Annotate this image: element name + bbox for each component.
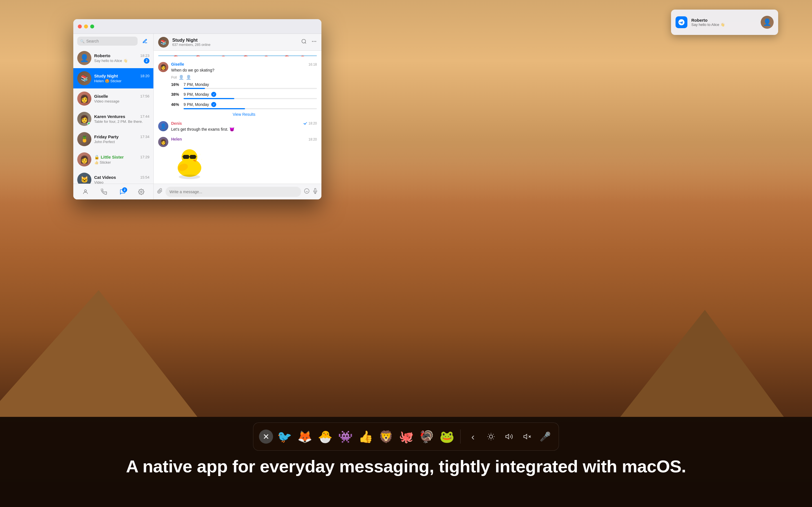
minimize-button[interactable] — [84, 24, 88, 29]
chat-list: 👤 Roberto 18:23 Say hello to Alice 👋 2 — [73, 48, 153, 184]
dock-turkey-icon[interactable]: 🦃 — [417, 428, 436, 446]
dock-bird-icon[interactable]: 🐦 — [275, 428, 294, 446]
avatar-cat-videos: 🐱 — [77, 173, 91, 184]
chat-name-karen: Karen Ventures — [94, 114, 125, 119]
svg-line-27 — [493, 439, 494, 439]
search-placeholder: Search — [86, 39, 99, 43]
chat-info-giselle: Giselle 17:56 Video message — [94, 94, 149, 103]
bottom-bar: ✕ 🐦 🦊 🐣 👾 👍 🦁 🐙 🦃 🐸 ‹ — [0, 417, 812, 507]
poll-pct-1: 16% — [171, 82, 181, 87]
chat-item-roberto[interactable]: 👤 Roberto 18:23 Say hello to Alice 👋 2 — [73, 48, 153, 68]
svg-point-5 — [313, 41, 314, 42]
chat-info-cat-videos: Cat Videos 15:54 Video — [94, 175, 149, 184]
chat-preview-roberto: Say hello to Alice 👋 — [94, 59, 149, 63]
svg-line-3 — [305, 42, 306, 43]
avatar-study-night: 📚 — [77, 71, 91, 86]
chat-time-little-sister: 17:29 — [140, 155, 149, 159]
chat-header-status: 637 members, 285 online — [172, 43, 298, 47]
svg-marker-32 — [506, 434, 509, 439]
msg-text-denis: Let's get through the exams first. 😈 — [171, 127, 317, 132]
dock-brightness-icon[interactable] — [483, 429, 499, 445]
dock: ✕ 🐦 🦊 🐣 👾 👍 🦁 🐙 🦃 🐸 ‹ — [253, 422, 559, 451]
svg-line-30 — [488, 439, 489, 439]
settings-button[interactable] — [136, 187, 146, 197]
chat-preview-study-night: Helen 🤩 Sticker — [94, 79, 149, 83]
poll-option-text-1: 7 PM, Monday — [184, 82, 209, 87]
dock-thumbs-up-icon[interactable]: 👍 — [357, 428, 375, 446]
chat-info-study-night: Study Night 18:20 Helen 🤩 Sticker — [94, 73, 149, 83]
chat-name-cat-videos: Cat Videos — [94, 175, 116, 180]
svg-text:✦: ✦ — [198, 152, 202, 157]
search-messages-button[interactable] — [301, 39, 307, 46]
msg-text-giselle: When do we go skating? — [171, 68, 317, 73]
chat-item-karen[interactable]: 👩 Karen Ventures 17:44 Table for four, 2… — [73, 109, 153, 129]
msg-time-giselle: 16:18 — [308, 62, 317, 66]
chat-info-karen: Karen Ventures 17:44 Table for four, 2 P… — [94, 114, 149, 124]
maximize-button[interactable] — [90, 24, 94, 29]
chats-badge: 2 — [122, 187, 127, 192]
attach-button[interactable] — [157, 188, 163, 195]
more-options-button[interactable] — [311, 39, 317, 46]
search-bar[interactable]: 🔍 Search — [77, 37, 138, 46]
notif-message: Say hello to Alice 👋 — [691, 22, 757, 27]
chat-panel: 📚 Study Night 637 members, 285 online — [154, 34, 321, 200]
chat-header-name: Study Night — [172, 38, 298, 43]
calls-button[interactable] — [99, 187, 109, 197]
chat-name-roberto: Roberto — [94, 53, 110, 58]
msg-header-denis: Denis 18:20 — [171, 121, 317, 126]
dock-mute-icon[interactable] — [519, 429, 535, 445]
svg-point-4 — [312, 41, 313, 42]
chat-time-study-night: 18:20 — [140, 74, 149, 78]
dock-alien-icon[interactable]: 👾 — [336, 428, 354, 446]
duck-sticker-svg: ✦ ✦ — [171, 143, 208, 179]
dock-lion-icon[interactable]: 🦁 — [377, 428, 395, 446]
msg-content-giselle: Giselle 16:18 When do we go skating? Pol… — [171, 62, 317, 117]
dock-back-button[interactable]: ‹ — [465, 429, 481, 445]
dock-close-button[interactable]: ✕ — [259, 430, 273, 444]
poll-option-text-2: 9 PM, Monday — [184, 92, 209, 97]
svg-point-17 — [179, 175, 200, 179]
message-input[interactable] — [165, 187, 301, 197]
avatar-giselle: 👩 — [77, 92, 91, 106]
sidebar-bottom: 2 — [73, 184, 153, 200]
poll-pct-3: 46% — [171, 102, 181, 107]
dock-octopus-icon[interactable]: 🐙 — [397, 428, 415, 446]
chat-item-friday[interactable]: 🍍 Friday Party 17:34 John Perfect — [73, 129, 153, 149]
dock-fox-icon[interactable]: 🦊 — [296, 428, 314, 446]
chat-info-roberto: Roberto 18:23 Say hello to Alice 👋 — [94, 53, 149, 63]
chat-item-giselle[interactable]: 👩 Giselle 17:56 Video message — [73, 89, 153, 109]
notification-popup[interactable]: Roberto Say hello to Alice 👋 👤 — [671, 10, 778, 35]
avatar-karen: 👩 — [77, 112, 91, 126]
poll-bar-bg-3 — [184, 108, 317, 109]
chat-item-little-sister[interactable]: 👩 🔒 Little Sister 17:29 👍 Sticker — [73, 149, 153, 170]
balloon-scene: 🎈 🎈 🎈 🎈 🎈 🎈 🎈 — [158, 55, 317, 56]
dock-frog-icon[interactable]: 🐸 — [438, 428, 456, 446]
compose-button[interactable] — [140, 37, 149, 46]
chat-preview-karen: Table for four, 2 PM. Be there. — [94, 119, 149, 124]
chat-item-cat-videos[interactable]: 🐱 Cat Videos 15:54 Video — [73, 170, 153, 184]
poll-label: Poll 👤 👤 — [171, 75, 317, 80]
avatar-roberto: 👤 — [77, 51, 91, 65]
poll-bar-bg-1 — [184, 88, 317, 89]
chat-name-friday: Friday Party — [94, 134, 119, 139]
msg-header-giselle: Giselle 16:18 — [171, 62, 317, 66]
dock-chick-icon[interactable]: 🐣 — [316, 428, 334, 446]
dock-siri-button[interactable]: 🎤 — [538, 429, 553, 445]
dock-volume-icon[interactable] — [501, 429, 517, 445]
profile-button[interactable] — [80, 187, 91, 197]
svg-marker-33 — [524, 434, 527, 439]
notif-avatar: 👤 — [761, 16, 774, 29]
poll-bar-bg-2 — [184, 98, 317, 99]
view-results-button[interactable]: View Results — [171, 112, 317, 117]
msg-content-denis: Denis 18:20 Let's get through the exams … — [171, 121, 317, 132]
close-button[interactable] — [78, 24, 82, 29]
input-bar — [154, 184, 321, 200]
chat-item-study-night[interactable]: 📚 Study Night 18:20 Helen 🤩 Sticker — [73, 68, 153, 89]
poll-check-3: ✓ — [211, 102, 216, 107]
poll-bar-fill-3 — [184, 108, 245, 109]
avatar-giselle-msg: 👩 — [158, 62, 168, 72]
microphone-button[interactable] — [312, 188, 318, 195]
emoji-button[interactable] — [304, 188, 310, 195]
chats-button[interactable]: 2 — [117, 187, 128, 197]
messages-area: 🎈 🎈 🎈 🎈 🎈 🎈 🎈 👩 — [154, 51, 321, 184]
